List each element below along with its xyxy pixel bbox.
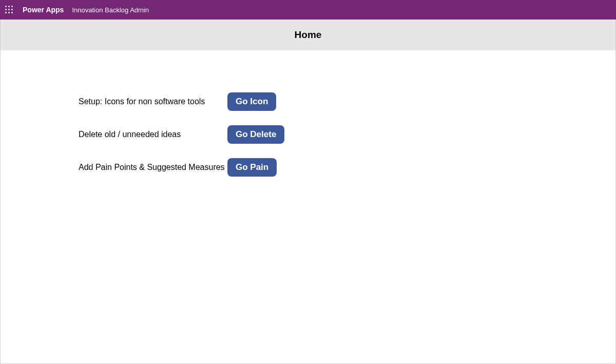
app-canvas: Home Setup: Icons for non software tools… — [0, 20, 616, 364]
app-launcher-icon[interactable] — [5, 6, 13, 14]
row-delete-ideas: Delete old / unneeded ideas Go Delete — [79, 125, 615, 144]
brand-label[interactable]: Power Apps — [23, 6, 64, 14]
app-top-bar: Power Apps Innovation Backlog Admin — [0, 0, 616, 20]
page-title-bar: Home — [1, 20, 615, 50]
go-delete-button[interactable]: Go Delete — [227, 125, 284, 144]
row-pain-points: Add Pain Points & Suggested Measures Go … — [79, 158, 615, 177]
label-pain-points: Add Pain Points & Suggested Measures — [79, 163, 227, 172]
app-name-label: Innovation Backlog Admin — [72, 6, 149, 14]
page-title: Home — [295, 29, 322, 41]
label-setup-icons: Setup: Icons for non software tools — [79, 97, 227, 106]
go-icon-button[interactable]: Go Icon — [227, 92, 276, 111]
row-setup-icons: Setup: Icons for non software tools Go I… — [79, 92, 615, 111]
label-delete-ideas: Delete old / unneeded ideas — [79, 130, 227, 139]
content-area: Setup: Icons for non software tools Go I… — [1, 50, 615, 177]
go-pain-button[interactable]: Go Pain — [227, 158, 277, 177]
